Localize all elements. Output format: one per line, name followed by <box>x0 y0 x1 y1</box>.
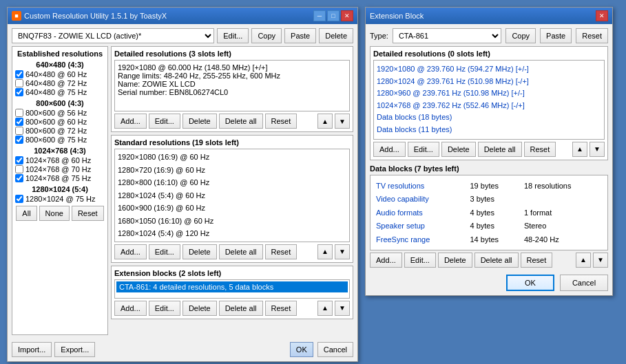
standard-up-arrow[interactable]: ▲ <box>317 244 333 259</box>
standard-resolutions-listbox[interactable]: 1920×1080 (16:9) @ 60 Hz 1280×720 (16:9)… <box>114 149 350 242</box>
import-button[interactable]: Import... <box>12 342 52 357</box>
ext-down-arrow[interactable]: ▼ <box>335 301 350 316</box>
ext-det-reset-button[interactable]: Reset <box>524 142 556 157</box>
ext-det-delete-all-button[interactable]: Delete all <box>478 142 522 157</box>
right-panels: Detailed resolutions (3 slots left) 1920… <box>111 46 353 335</box>
res-1280-75-checkbox[interactable] <box>15 195 23 203</box>
ext-det-down-arrow[interactable]: ▼ <box>590 142 605 157</box>
res-800-60-checkbox[interactable] <box>15 118 23 126</box>
list-item[interactable]: 1280×800 (16:10) @ 60 Hz <box>116 176 348 189</box>
paste-button[interactable]: Paste <box>284 28 316 43</box>
standard-reset-button[interactable]: Reset <box>265 244 298 259</box>
main-cancel-button[interactable]: Cancel <box>317 342 353 357</box>
detailed-resolutions-section: Detailed resolutions (3 slots left) 1920… <box>111 46 353 132</box>
ext-detailed-arrows: ▲ ▼ <box>572 142 605 157</box>
standard-delete-all-button[interactable]: Delete all <box>219 244 263 259</box>
ext-delete-button[interactable]: Delete <box>182 301 217 316</box>
extension-listbox[interactable]: CTA-861: 4 detailed resolutions, 5 data … <box>114 279 350 299</box>
data-blocks-table: TV resolutions 19 bytes 18 resolutions V… <box>373 180 605 247</box>
reset-est-button[interactable]: Reset <box>72 206 104 221</box>
edit-button[interactable]: Edit... <box>217 28 249 43</box>
ext-det-edit-button[interactable]: Edit... <box>408 142 439 157</box>
res-800-75-checkbox[interactable] <box>15 136 23 144</box>
db-up-arrow[interactable]: ▲ <box>576 253 591 268</box>
type-select[interactable]: CTA-861 <box>393 28 502 43</box>
close-button[interactable]: ✕ <box>341 10 353 21</box>
detailed-down-arrow[interactable]: ▼ <box>335 114 350 129</box>
list-item[interactable]: 1280×720 (16:9) @ 60 Hz <box>116 164 348 177</box>
detailed-add-button[interactable]: Add... <box>114 114 147 129</box>
extension-arrow-buttons: ▲ ▼ <box>317 301 350 316</box>
detailed-delete-all-button[interactable]: Delete all <box>219 114 263 129</box>
ext-copy-button[interactable]: Copy <box>505 28 536 43</box>
detailed-up-arrow[interactable]: ▲ <box>317 114 333 129</box>
detail-line1: 1920×1080 @ 60.000 Hz (148.50 MHz) [+/+] <box>118 63 346 72</box>
standard-delete-button[interactable]: Delete <box>182 244 217 259</box>
ext-det-add-button[interactable]: Add... <box>373 142 406 157</box>
detailed-reset-button[interactable]: Reset <box>265 114 298 129</box>
ext-reset-button[interactable]: Reset <box>576 28 608 43</box>
list-item[interactable]: 1680×1050 (16:10) @ 60 Hz <box>116 215 348 228</box>
copy-button[interactable]: Copy <box>251 28 282 43</box>
list-item[interactable]: 1280×1024 (5:4) @ 60 Hz <box>116 189 348 202</box>
main-content: BNQ7F83 - ZOWIE XL LCD (active)* Edit...… <box>8 24 357 339</box>
list-item[interactable]: 1280×1024 (5:4) @ 120 Hz <box>116 227 348 240</box>
ext-delete-all-button[interactable]: Delete all <box>219 301 263 316</box>
db-name-1: TV resolutions <box>373 180 467 193</box>
res-1280-75: 1280×1024 @ 75 Hz <box>15 195 105 203</box>
ext-det-up-arrow[interactable]: ▲ <box>572 142 587 157</box>
db-reset-button[interactable]: Reset <box>521 253 553 268</box>
res-1024-70-checkbox[interactable] <box>15 165 23 173</box>
db-name-5: FreeSync range <box>373 233 467 247</box>
detailed-delete-button[interactable]: Delete <box>182 114 217 129</box>
ext-add-button[interactable]: Add... <box>114 301 147 316</box>
res-800-72-checkbox[interactable] <box>15 127 23 135</box>
list-item[interactable]: 1600×900 (16:9) @ 60 Hz <box>116 202 348 215</box>
detailed-edit-button[interactable]: Edit... <box>149 114 180 129</box>
res-1024-75-checkbox[interactable] <box>15 174 23 182</box>
none-button[interactable]: None <box>39 206 70 221</box>
export-button[interactable]: Export... <box>54 342 95 357</box>
ext-paste-button[interactable]: Paste <box>540 28 572 43</box>
minimize-button[interactable]: ─ <box>313 10 326 21</box>
main-footer-left: Import... Export... <box>12 342 95 357</box>
ext-close-button[interactable]: ✕ <box>596 10 608 21</box>
standard-edit-button[interactable]: Edit... <box>149 244 180 259</box>
standard-down-arrow[interactable]: ▼ <box>335 244 350 259</box>
list-item[interactable]: 1920×1080 (16:9) @ 60 Hz <box>116 151 348 164</box>
title-bar-left: ■ Custom Resolution Utility 1.5.1 by Toa… <box>12 11 167 21</box>
monitor-select[interactable]: BNQ7F83 - ZOWIE XL LCD (active)* <box>12 28 214 43</box>
ext-ok-button[interactable]: OK <box>506 275 554 291</box>
group-640-title: 640×480 (4:3) <box>15 61 105 69</box>
res-640-60-checkbox[interactable] <box>15 70 23 78</box>
res-800-75: 800×600 @ 75 Hz <box>15 136 105 144</box>
data-blocks-header: Data blocks (7 bytes left) <box>370 164 608 173</box>
type-label: Type: <box>370 32 388 40</box>
db-edit-button[interactable]: Edit... <box>404 253 436 268</box>
all-button[interactable]: All <box>16 206 36 221</box>
res-640-72-checkbox[interactable] <box>15 79 23 87</box>
ext-detail-line3: 1280×960 @ 239.761 Hz (510.98 MHz) [+/-] <box>377 87 601 100</box>
db-size-2: 3 bytes <box>467 193 521 206</box>
db-delete-button[interactable]: Delete <box>438 253 472 268</box>
extension-item[interactable]: CTA-861: 4 detailed resolutions, 5 data … <box>116 281 348 292</box>
db-add-button[interactable]: Add... <box>370 253 402 268</box>
res-640-75-checkbox[interactable] <box>15 88 23 96</box>
ext-detailed-section: Detailed resolutions (0 slots left) 1920… <box>370 46 608 160</box>
delete-button[interactable]: Delete <box>319 28 353 43</box>
res-1024-60-checkbox[interactable] <box>15 156 23 164</box>
db-down-arrow[interactable]: ▼ <box>593 253 608 268</box>
ext-reset-button[interactable]: Reset <box>265 301 298 316</box>
ext-edit-button[interactable]: Edit... <box>149 301 180 316</box>
ext-footer: OK Cancel <box>366 272 612 295</box>
standard-add-button[interactable]: Add... <box>114 244 147 259</box>
ext-cancel-button[interactable]: Cancel <box>560 275 608 291</box>
db-info-2 <box>521 193 605 206</box>
ext-up-arrow[interactable]: ▲ <box>317 301 333 316</box>
data-blocks-btn-row: Add... Edit... Delete Delete all Reset ▲… <box>370 253 608 268</box>
ext-det-delete-button[interactable]: Delete <box>441 142 476 157</box>
res-800-56-checkbox[interactable] <box>15 109 23 117</box>
main-ok-button[interactable]: OK <box>290 342 313 357</box>
maximize-button[interactable]: □ <box>327 10 340 21</box>
db-delete-all-button[interactable]: Delete all <box>474 253 519 268</box>
